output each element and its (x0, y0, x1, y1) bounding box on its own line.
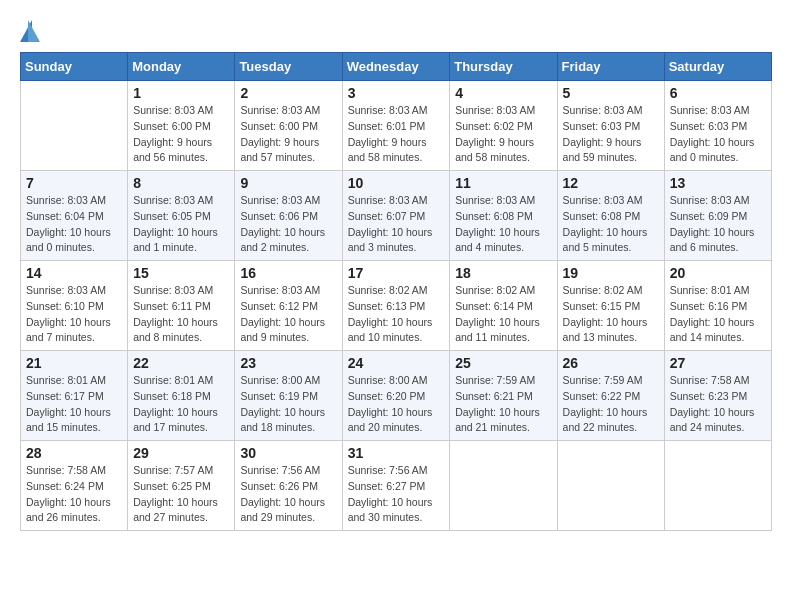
day-number: 1 (133, 85, 229, 101)
calendar-cell: 12Sunrise: 8:03 AM Sunset: 6:08 PM Dayli… (557, 171, 664, 261)
day-info: Sunrise: 7:59 AM Sunset: 6:22 PM Dayligh… (563, 373, 659, 436)
day-info: Sunrise: 8:00 AM Sunset: 6:20 PM Dayligh… (348, 373, 445, 436)
day-number: 30 (240, 445, 336, 461)
day-number: 20 (670, 265, 766, 281)
calendar-week-row: 1Sunrise: 8:03 AM Sunset: 6:00 PM Daylig… (21, 81, 772, 171)
day-info: Sunrise: 8:01 AM Sunset: 6:18 PM Dayligh… (133, 373, 229, 436)
calendar-header-monday: Monday (128, 53, 235, 81)
calendar-header-row: SundayMondayTuesdayWednesdayThursdayFrid… (21, 53, 772, 81)
day-number: 27 (670, 355, 766, 371)
calendar-cell (450, 441, 557, 531)
day-number: 3 (348, 85, 445, 101)
calendar-header-wednesday: Wednesday (342, 53, 450, 81)
calendar-week-row: 7Sunrise: 8:03 AM Sunset: 6:04 PM Daylig… (21, 171, 772, 261)
calendar-cell: 3Sunrise: 8:03 AM Sunset: 6:01 PM Daylig… (342, 81, 450, 171)
day-number: 12 (563, 175, 659, 191)
logo (20, 20, 48, 42)
day-info: Sunrise: 7:56 AM Sunset: 6:27 PM Dayligh… (348, 463, 445, 526)
day-number: 21 (26, 355, 122, 371)
day-info: Sunrise: 7:57 AM Sunset: 6:25 PM Dayligh… (133, 463, 229, 526)
day-info: Sunrise: 8:03 AM Sunset: 6:07 PM Dayligh… (348, 193, 445, 256)
calendar-cell: 30Sunrise: 7:56 AM Sunset: 6:26 PM Dayli… (235, 441, 342, 531)
day-info: Sunrise: 8:02 AM Sunset: 6:15 PM Dayligh… (563, 283, 659, 346)
day-number: 6 (670, 85, 766, 101)
day-info: Sunrise: 8:03 AM Sunset: 6:12 PM Dayligh… (240, 283, 336, 346)
day-info: Sunrise: 8:02 AM Sunset: 6:14 PM Dayligh… (455, 283, 551, 346)
calendar-cell: 26Sunrise: 7:59 AM Sunset: 6:22 PM Dayli… (557, 351, 664, 441)
day-number: 10 (348, 175, 445, 191)
calendar-header-thursday: Thursday (450, 53, 557, 81)
day-info: Sunrise: 8:03 AM Sunset: 6:04 PM Dayligh… (26, 193, 122, 256)
calendar-header-sunday: Sunday (21, 53, 128, 81)
calendar-cell: 18Sunrise: 8:02 AM Sunset: 6:14 PM Dayli… (450, 261, 557, 351)
day-info: Sunrise: 7:56 AM Sunset: 6:26 PM Dayligh… (240, 463, 336, 526)
day-info: Sunrise: 8:03 AM Sunset: 6:03 PM Dayligh… (670, 103, 766, 166)
day-number: 4 (455, 85, 551, 101)
day-info: Sunrise: 8:03 AM Sunset: 6:02 PM Dayligh… (455, 103, 551, 166)
calendar-cell: 14Sunrise: 8:03 AM Sunset: 6:10 PM Dayli… (21, 261, 128, 351)
calendar-cell: 28Sunrise: 7:58 AM Sunset: 6:24 PM Dayli… (21, 441, 128, 531)
day-number: 22 (133, 355, 229, 371)
day-number: 7 (26, 175, 122, 191)
day-info: Sunrise: 8:03 AM Sunset: 6:11 PM Dayligh… (133, 283, 229, 346)
calendar-cell: 20Sunrise: 8:01 AM Sunset: 6:16 PM Dayli… (664, 261, 771, 351)
day-info: Sunrise: 8:01 AM Sunset: 6:16 PM Dayligh… (670, 283, 766, 346)
day-number: 2 (240, 85, 336, 101)
calendar-header-tuesday: Tuesday (235, 53, 342, 81)
calendar-week-row: 21Sunrise: 8:01 AM Sunset: 6:17 PM Dayli… (21, 351, 772, 441)
day-number: 19 (563, 265, 659, 281)
calendar-cell (21, 81, 128, 171)
day-number: 8 (133, 175, 229, 191)
day-number: 24 (348, 355, 445, 371)
day-number: 26 (563, 355, 659, 371)
calendar-cell: 27Sunrise: 7:58 AM Sunset: 6:23 PM Dayli… (664, 351, 771, 441)
calendar-cell: 31Sunrise: 7:56 AM Sunset: 6:27 PM Dayli… (342, 441, 450, 531)
logo-triangle2-icon (28, 20, 40, 42)
day-number: 16 (240, 265, 336, 281)
day-number: 29 (133, 445, 229, 461)
day-number: 17 (348, 265, 445, 281)
day-info: Sunrise: 8:03 AM Sunset: 6:08 PM Dayligh… (563, 193, 659, 256)
calendar-cell: 6Sunrise: 8:03 AM Sunset: 6:03 PM Daylig… (664, 81, 771, 171)
day-info: Sunrise: 8:02 AM Sunset: 6:13 PM Dayligh… (348, 283, 445, 346)
day-info: Sunrise: 8:03 AM Sunset: 6:00 PM Dayligh… (133, 103, 229, 166)
calendar-cell (664, 441, 771, 531)
day-number: 23 (240, 355, 336, 371)
day-number: 11 (455, 175, 551, 191)
day-info: Sunrise: 8:03 AM Sunset: 6:10 PM Dayligh… (26, 283, 122, 346)
day-info: Sunrise: 8:03 AM Sunset: 6:01 PM Dayligh… (348, 103, 445, 166)
calendar-week-row: 28Sunrise: 7:58 AM Sunset: 6:24 PM Dayli… (21, 441, 772, 531)
calendar-cell: 11Sunrise: 8:03 AM Sunset: 6:08 PM Dayli… (450, 171, 557, 261)
day-number: 28 (26, 445, 122, 461)
calendar-cell: 2Sunrise: 8:03 AM Sunset: 6:00 PM Daylig… (235, 81, 342, 171)
calendar-cell: 8Sunrise: 8:03 AM Sunset: 6:05 PM Daylig… (128, 171, 235, 261)
calendar-cell: 5Sunrise: 8:03 AM Sunset: 6:03 PM Daylig… (557, 81, 664, 171)
calendar-table: SundayMondayTuesdayWednesdayThursdayFrid… (20, 52, 772, 531)
calendar-cell: 15Sunrise: 8:03 AM Sunset: 6:11 PM Dayli… (128, 261, 235, 351)
calendar-cell: 4Sunrise: 8:03 AM Sunset: 6:02 PM Daylig… (450, 81, 557, 171)
day-number: 18 (455, 265, 551, 281)
day-number: 9 (240, 175, 336, 191)
calendar-cell: 24Sunrise: 8:00 AM Sunset: 6:20 PM Dayli… (342, 351, 450, 441)
calendar-cell (557, 441, 664, 531)
calendar-cell: 16Sunrise: 8:03 AM Sunset: 6:12 PM Dayli… (235, 261, 342, 351)
day-info: Sunrise: 7:59 AM Sunset: 6:21 PM Dayligh… (455, 373, 551, 436)
calendar-cell: 23Sunrise: 8:00 AM Sunset: 6:19 PM Dayli… (235, 351, 342, 441)
day-info: Sunrise: 7:58 AM Sunset: 6:23 PM Dayligh… (670, 373, 766, 436)
calendar-cell: 10Sunrise: 8:03 AM Sunset: 6:07 PM Dayli… (342, 171, 450, 261)
calendar-cell: 21Sunrise: 8:01 AM Sunset: 6:17 PM Dayli… (21, 351, 128, 441)
day-info: Sunrise: 8:01 AM Sunset: 6:17 PM Dayligh… (26, 373, 122, 436)
day-info: Sunrise: 7:58 AM Sunset: 6:24 PM Dayligh… (26, 463, 122, 526)
calendar-cell: 13Sunrise: 8:03 AM Sunset: 6:09 PM Dayli… (664, 171, 771, 261)
day-info: Sunrise: 8:03 AM Sunset: 6:00 PM Dayligh… (240, 103, 336, 166)
page-header (20, 20, 772, 42)
calendar-header-saturday: Saturday (664, 53, 771, 81)
calendar-week-row: 14Sunrise: 8:03 AM Sunset: 6:10 PM Dayli… (21, 261, 772, 351)
calendar-cell: 17Sunrise: 8:02 AM Sunset: 6:13 PM Dayli… (342, 261, 450, 351)
calendar-cell: 25Sunrise: 7:59 AM Sunset: 6:21 PM Dayli… (450, 351, 557, 441)
day-info: Sunrise: 8:03 AM Sunset: 6:05 PM Dayligh… (133, 193, 229, 256)
day-info: Sunrise: 8:03 AM Sunset: 6:08 PM Dayligh… (455, 193, 551, 256)
day-number: 13 (670, 175, 766, 191)
calendar-header-friday: Friday (557, 53, 664, 81)
calendar-cell: 7Sunrise: 8:03 AM Sunset: 6:04 PM Daylig… (21, 171, 128, 261)
